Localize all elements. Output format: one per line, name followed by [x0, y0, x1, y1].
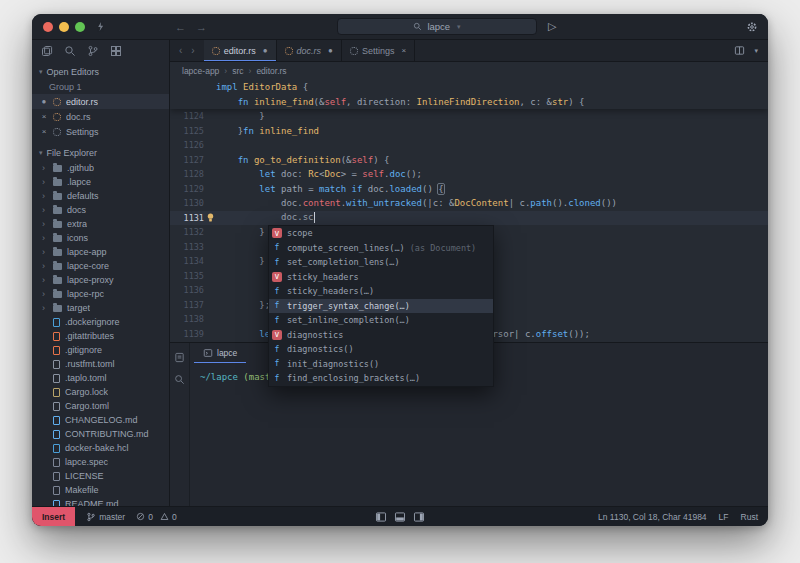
close-window-button[interactable]	[43, 22, 53, 32]
chevron-right-icon: ›	[42, 192, 48, 201]
line-number: 1137	[170, 300, 204, 310]
split-editor-icon[interactable]	[734, 45, 745, 56]
sidebar-scroll[interactable]: ▾ Open Editors Group 1 ●editor.rs×doc.rs…	[32, 62, 169, 506]
search-icon[interactable]	[64, 45, 76, 57]
diagnostics-item[interactable]: 0 0	[136, 512, 176, 522]
folder-lapce-core[interactable]: ›lapce-core	[32, 259, 169, 273]
completion-item-sticky_headers[interactable]: vsticky_headers	[269, 270, 493, 285]
completion-item-set_completion_lens(…)[interactable]: fset_completion_lens(…)	[269, 255, 493, 270]
folder-lapce-app[interactable]: ›lapce-app	[32, 245, 169, 259]
git-branch-item[interactable]: master	[86, 512, 125, 522]
file-.taplo.toml[interactable]: .taplo.toml	[32, 371, 169, 385]
docker-file-icon	[53, 318, 60, 327]
open-editor-Settings[interactable]: ×Settings	[32, 124, 169, 139]
open-editor-doc.rs[interactable]: ×doc.rs	[32, 109, 169, 124]
file-Cargo.toml[interactable]: Cargo.toml	[32, 399, 169, 413]
modified-dot[interactable]: ●	[328, 46, 333, 55]
completion-item-set_inline_completion(…)[interactable]: fset_inline_completion(…)	[269, 313, 493, 328]
open-editors-icon[interactable]	[41, 45, 53, 57]
tab-forward-icon[interactable]: ›	[191, 45, 194, 56]
code-action-slot[interactable]	[204, 212, 216, 223]
file-Makefile[interactable]: Makefile	[32, 483, 169, 497]
toggle-bottom-panel-icon[interactable]	[395, 512, 406, 522]
code-line-1129[interactable]: 1129 let path = match if doc.loaded() {	[170, 182, 768, 197]
file-README.md[interactable]: README.md	[32, 497, 169, 506]
editor-tab-Settings[interactable]: Settings×	[342, 40, 415, 61]
completion-item-trigger_syntax_change(…)[interactable]: ftrigger_syntax_change(…)	[269, 299, 493, 314]
file-.gitattributes[interactable]: .gitattributes	[32, 329, 169, 343]
modified-dot[interactable]: ●	[40, 97, 48, 106]
language-mode[interactable]: Rust	[741, 512, 758, 522]
folder-lapce-proxy[interactable]: ›lapce-proxy	[32, 273, 169, 287]
run-button[interactable]: ▷	[548, 21, 556, 32]
file-CONTRIBUTING.md[interactable]: CONTRIBUTING.md	[32, 427, 169, 441]
forward-arrow-icon[interactable]: →	[196, 21, 207, 33]
minimize-window-button[interactable]	[59, 22, 69, 32]
modified-dot[interactable]: ●	[263, 46, 268, 55]
remote-connection-icon[interactable]	[95, 21, 106, 32]
folder-defaults[interactable]: ›defaults	[32, 189, 169, 203]
folder-.lapce[interactable]: ›.lapce	[32, 175, 169, 189]
open-editor-editor.rs[interactable]: ●editor.rs	[32, 94, 169, 109]
completion-item-find_enclosing_brackets(…)[interactable]: ffind_enclosing_brackets(…)	[269, 371, 493, 386]
file-LICENSE[interactable]: LICENSE	[32, 469, 169, 483]
completion-item-diagnostics[interactable]: vdiagnostics	[269, 328, 493, 343]
eol-indicator[interactable]: LF	[719, 512, 729, 522]
code-line-1130[interactable]: 1130 doc.content.with_untracked(|c: &Doc…	[170, 196, 768, 211]
folder-.github[interactable]: ›.github	[32, 161, 169, 175]
completion-item-sticky_headers(…)[interactable]: fsticky_headers(…)	[269, 284, 493, 299]
breadcrumb-item[interactable]: lapce-app	[182, 66, 219, 76]
folder-icons[interactable]: ›icons	[32, 231, 169, 245]
terminal-list-icon[interactable]	[174, 352, 185, 363]
toggle-right-panel-icon[interactable]	[414, 512, 425, 522]
editor-tab-doc.rs[interactable]: doc.rs●	[277, 40, 342, 61]
settings-gear-icon[interactable]	[746, 21, 758, 33]
code-line-1125[interactable]: 1125 }fn inline_find	[170, 124, 768, 139]
file-.rustfmt.toml[interactable]: .rustfmt.toml	[32, 357, 169, 371]
file-Cargo.lock[interactable]: Cargo.lock	[32, 385, 169, 399]
completion-kind-function-icon: f	[272, 359, 282, 369]
close-icon[interactable]: ×	[401, 46, 406, 55]
close-icon[interactable]: ×	[40, 127, 48, 136]
completion-item-init_diagnostics()[interactable]: finit_diagnostics()	[269, 357, 493, 372]
completion-kind-function-icon: f	[272, 301, 282, 311]
folder-extra[interactable]: ›extra	[32, 217, 169, 231]
editor-tab-editor.rs[interactable]: editor.rs●	[204, 40, 277, 61]
completion-item-diagnostics()[interactable]: fdiagnostics()	[269, 342, 493, 357]
breadcrumb-item[interactable]: src	[232, 66, 243, 76]
open-editors-header[interactable]: ▾ Open Editors	[32, 64, 169, 80]
code-line-1131[interactable]: 1131 doc.sc	[170, 211, 768, 226]
folder-docs[interactable]: ›docs	[32, 203, 169, 217]
toggle-left-panel-icon[interactable]	[376, 512, 387, 522]
cursor-position[interactable]: Ln 1130, Col 18, Char 41984	[598, 512, 707, 522]
sticky-line[interactable]: impl EditorData {	[170, 80, 768, 95]
folder-lapce-rpc[interactable]: ›lapce-rpc	[32, 287, 169, 301]
back-arrow-icon[interactable]: ←	[175, 21, 186, 33]
folder-target[interactable]: ›target	[32, 301, 169, 315]
completion-item-scope[interactable]: vscope	[269, 226, 493, 241]
file-lapce.spec[interactable]: lapce.spec	[32, 455, 169, 469]
source-control-icon[interactable]	[87, 45, 99, 57]
zoom-window-button[interactable]	[75, 22, 85, 32]
terminal-tab-lapce[interactable]: lapce	[194, 343, 246, 363]
terminal-prompt-path: ~/lapce	[200, 372, 238, 382]
file-docker-bake.hcl[interactable]: docker-bake.hcl	[32, 441, 169, 455]
chevron-down-icon[interactable]: ▾	[754, 47, 758, 55]
workspace-search-box[interactable]: lapce ▾	[337, 18, 537, 35]
file-.dockerignore[interactable]: .dockerignore	[32, 315, 169, 329]
panel-search-icon[interactable]	[174, 374, 185, 385]
tab-back-icon[interactable]: ‹	[179, 45, 182, 56]
editor-mode-badge[interactable]: Insert	[32, 507, 75, 526]
code-line-1127[interactable]: 1127 fn go_to_definition(&self) {	[170, 153, 768, 168]
sticky-line[interactable]: fn inline_find(&self, direction: InlineF…	[170, 95, 768, 110]
breadcrumb-item[interactable]: editor.rs	[256, 66, 286, 76]
code-line-1128[interactable]: 1128 let doc: Rc<Doc> = self.doc();	[170, 167, 768, 182]
completion-item-compute_screen_lines(…)[interactable]: fcompute_screen_lines(…) (as Document)	[269, 241, 493, 256]
close-icon[interactable]: ×	[40, 112, 48, 121]
file-.gitignore[interactable]: .gitignore	[32, 343, 169, 357]
code-line-1124[interactable]: 1124 }	[170, 109, 768, 124]
file-explorer-header[interactable]: ▾ File Explorer	[32, 145, 169, 161]
extensions-icon[interactable]	[110, 45, 122, 57]
code-line-1126[interactable]: 1126	[170, 138, 768, 153]
file-CHANGELOG.md[interactable]: CHANGELOG.md	[32, 413, 169, 427]
